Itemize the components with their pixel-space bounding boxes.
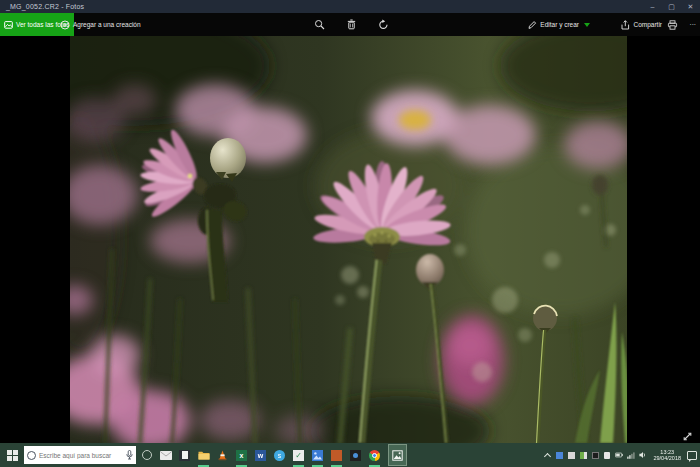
microphone-icon[interactable] — [126, 450, 133, 460]
system-tray: 13:23 29/04/2018 — [543, 443, 700, 467]
chevron-down-icon — [584, 23, 590, 27]
orange-app-icon[interactable] — [330, 443, 343, 467]
taskbar-clock[interactable]: 13:23 29/04/2018 — [651, 449, 683, 462]
zoom-button[interactable] — [314, 13, 325, 36]
file-explorer-icon[interactable] — [197, 443, 210, 467]
edit-create-label: Editar y crear — [540, 21, 579, 28]
trash-icon — [346, 19, 357, 30]
edit-pencil-icon — [527, 20, 537, 30]
rotate-button[interactable] — [378, 13, 389, 36]
skype-icon[interactable]: s — [273, 443, 286, 467]
chrome-icon[interactable] — [368, 443, 381, 467]
close-button[interactable]: ✕ — [681, 0, 700, 13]
start-button[interactable] — [0, 443, 24, 467]
minimize-button[interactable]: – — [643, 0, 662, 13]
task-view-icon[interactable] — [140, 443, 153, 467]
excel-icon[interactable]: x — [235, 443, 248, 467]
fullscreen-expand-icon[interactable] — [682, 431, 693, 442]
zoom-icon — [314, 19, 325, 30]
windows-logo-icon — [7, 450, 18, 461]
photo-image — [70, 36, 627, 443]
vlc-icon[interactable] — [216, 443, 229, 467]
rotate-icon — [378, 19, 389, 30]
search-input[interactable] — [39, 452, 123, 459]
tray-icon-green[interactable] — [579, 451, 587, 459]
word-icon[interactable]: w — [254, 443, 267, 467]
action-center-icon[interactable] — [687, 451, 697, 460]
notepad-icon[interactable] — [178, 443, 191, 467]
photo-canvas — [0, 36, 700, 443]
window-controls: – ▢ ✕ — [643, 0, 700, 13]
add-to-creation-button[interactable]: Agregar a una creación — [60, 13, 141, 36]
title-bar: _MG_0052.CR2 - Fotos – ▢ ✕ — [0, 0, 700, 13]
image-app-icon[interactable] — [311, 443, 324, 467]
edit-create-button[interactable]: Editar y crear — [527, 13, 590, 36]
add-to-creation-icon — [60, 20, 70, 30]
photos-app-window: _MG_0052.CR2 - Fotos – ▢ ✕ Ver todas las… — [0, 0, 700, 467]
delete-button[interactable] — [346, 13, 357, 36]
clock-date: 29/04/2018 — [653, 455, 681, 462]
dark-app-icon[interactable] — [349, 443, 362, 467]
maximize-button[interactable]: ▢ — [662, 0, 681, 13]
mail-icon[interactable] — [159, 443, 172, 467]
photo-grid-icon — [4, 20, 13, 29]
share-icon — [620, 20, 630, 30]
print-icon — [667, 20, 678, 30]
cortana-icon[interactable] — [27, 451, 36, 460]
hidden-icons-chevron-icon[interactable] — [543, 451, 551, 459]
photos-app-active-icon[interactable] — [387, 443, 408, 467]
tray-icon-dark[interactable] — [591, 451, 599, 459]
window-title: _MG_0052.CR2 - Fotos — [0, 3, 84, 10]
taskbar: x w s ✓ — [0, 443, 700, 467]
taskbar-search[interactable] — [24, 446, 136, 464]
see-more-label: ··· — [690, 21, 697, 28]
share-button[interactable]: Compartir — [620, 13, 662, 36]
network-icon[interactable] — [627, 451, 635, 459]
battery-icon[interactable] — [615, 451, 623, 459]
tray-icon-blue[interactable] — [555, 451, 563, 459]
app-toolbar: Ver todas las fotos Agregar a una creaci… — [0, 13, 700, 36]
add-to-creation-label: Agregar a una creación — [73, 21, 141, 28]
tray-icon-white[interactable] — [603, 451, 611, 459]
tray-icon-light[interactable] — [567, 451, 575, 459]
volume-icon[interactable] — [639, 451, 647, 459]
see-more-button[interactable]: ··· — [690, 13, 697, 36]
taskbar-app-icons: x w s ✓ — [140, 443, 408, 467]
share-label: Compartir — [633, 21, 662, 28]
print-button[interactable] — [667, 13, 678, 36]
checklist-icon[interactable]: ✓ — [292, 443, 305, 467]
